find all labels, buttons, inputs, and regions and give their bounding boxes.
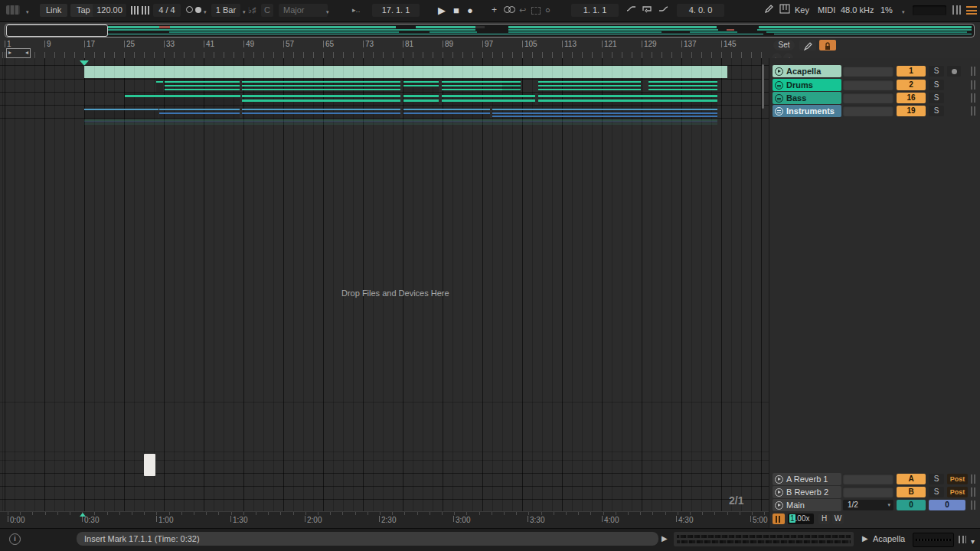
scale-icon[interactable]: ♭♯ — [248, 4, 256, 17]
track-solo-button[interactable]: S — [929, 80, 944, 90]
tempo-field[interactable]: 120.00 — [93, 4, 126, 17]
clip-bass[interactable] — [442, 93, 535, 105]
track-number-badge[interactable]: 19 — [897, 106, 926, 116]
track-solo-button[interactable]: S — [929, 93, 944, 103]
return-name-box[interactable]: B Reverb 2 — [773, 486, 841, 498]
clip-bass[interactable] — [403, 93, 439, 105]
vertical-scrollbar[interactable] — [762, 64, 764, 109]
overview-view-box[interactable] — [6, 24, 108, 37]
clip-drums[interactable] — [403, 80, 439, 92]
return-solo-button[interactable]: S — [929, 474, 944, 484]
main-name-box[interactable]: Main — [773, 499, 841, 511]
midi-map-button[interactable]: MIDI — [818, 4, 835, 17]
preview-waveform[interactable] — [674, 532, 854, 546]
main-cue-level[interactable]: 0 — [897, 500, 926, 510]
track-name-box[interactable]: Bass — [773, 92, 841, 104]
punch-in-icon[interactable] — [626, 4, 636, 17]
track-width-button[interactable]: W — [832, 514, 844, 524]
clip-preview-play-icon[interactable]: ▶ — [862, 534, 868, 543]
window-caret-icon[interactable]: ▾ — [26, 5, 29, 18]
window-grip-icon[interactable] — [6, 4, 20, 17]
clip-bass[interactable] — [538, 93, 717, 105]
play-button[interactable]: ▶ — [438, 4, 446, 17]
track-solo-button[interactable]: S — [929, 66, 944, 77]
preview-play-icon[interactable]: ▶ — [662, 534, 668, 543]
track-number-badge[interactable]: 2 — [897, 80, 926, 90]
main-routing-menu[interactable]: 1/2▾ — [843, 500, 893, 510]
loop-length-field[interactable]: 4. 0. 0 — [677, 4, 724, 17]
computer-midi-keyboard-icon[interactable] — [779, 4, 790, 17]
clip-bass[interactable] — [125, 93, 240, 105]
track-fader-box[interactable] — [843, 93, 893, 103]
track-name-box[interactable]: Acapella — [773, 65, 841, 77]
link-button[interactable]: Link — [40, 4, 67, 17]
track-fader-box[interactable] — [843, 80, 893, 90]
scale-name-menu[interactable]: Major — [279, 4, 328, 17]
clip-drums[interactable] — [242, 80, 400, 92]
metronome-caret-icon[interactable]: ▾ — [204, 5, 207, 18]
return-post-button[interactable]: Post — [947, 474, 968, 484]
return-post-button[interactable]: Post — [947, 487, 968, 497]
preview-clip-thumbnail[interactable] — [913, 533, 954, 547]
return-badge[interactable]: A — [897, 474, 926, 484]
marquee-select-icon[interactable] — [531, 4, 541, 17]
return-solo-button[interactable]: S — [929, 487, 944, 497]
quantize-menu[interactable]: 1 Bar — [211, 4, 240, 17]
track-height-button[interactable]: H — [818, 514, 830, 524]
link-chain-icon[interactable] — [504, 4, 515, 17]
cpu-load-meter[interactable]: 1% — [880, 4, 893, 17]
clip-drums[interactable] — [648, 80, 717, 92]
nudge-down-icon[interactable] — [131, 4, 139, 17]
clip-instruments[interactable] — [242, 106, 400, 118]
loop-toggle-icon[interactable]: ○ — [545, 4, 550, 17]
return-fader-box[interactable] — [843, 487, 893, 497]
track-name-box[interactable]: Instruments — [773, 105, 841, 117]
beat-time-ruler[interactable]: 1917253341495765738189971051131211291371… — [0, 37, 769, 58]
loop-region-icon[interactable] — [642, 4, 652, 17]
set-marker-button[interactable]: Set — [773, 40, 795, 51]
draw-pencil-icon[interactable] — [764, 4, 774, 17]
back-to-arrangement-icon[interactable]: ↩ — [519, 4, 526, 17]
automation-draw-button[interactable] — [799, 40, 816, 51]
loop-brace[interactable]: ▸◂ — [6, 48, 31, 58]
cpu-caret-icon[interactable]: ▾ — [902, 5, 905, 18]
track-name-box[interactable]: Drums — [773, 79, 841, 91]
return-name-box[interactable]: A Reverb 1 — [773, 473, 841, 485]
main-level[interactable]: 0 — [929, 500, 965, 510]
clip-instruments[interactable] — [492, 106, 717, 118]
follow-button[interactable]: ▸‥ — [352, 4, 361, 17]
key-map-button[interactable]: Key — [795, 4, 809, 17]
time-ruler[interactable]: 0:000:301:001:302:002:303:003:304:004:30… — [0, 511, 769, 529]
draw-mode-plus-icon[interactable]: + — [492, 4, 497, 17]
clip-drums[interactable] — [165, 80, 240, 92]
return-fader-box[interactable] — [843, 474, 893, 484]
status-caret-icon[interactable]: ▾ — [971, 537, 975, 546]
scale-caret-icon[interactable]: ▾ — [326, 5, 329, 18]
track-number-badge[interactable]: 16 — [897, 93, 926, 103]
quantize-caret-icon[interactable]: ▾ — [243, 5, 246, 18]
clip-drums[interactable] — [156, 80, 163, 92]
preview-clip-name[interactable]: Acapella — [873, 534, 905, 543]
track-fader-box[interactable] — [843, 106, 893, 116]
nudge-up-icon[interactable] — [142, 4, 150, 17]
return-badge[interactable]: B — [897, 487, 926, 497]
clip-drums[interactable] — [502, 80, 521, 92]
stop-button[interactable]: ■ — [453, 4, 459, 17]
clip-bass[interactable] — [242, 93, 400, 105]
scale-root-field[interactable]: C — [261, 4, 273, 17]
zoom-level-field[interactable]: 1.00x — [788, 514, 814, 524]
punch-out-icon[interactable] — [658, 4, 668, 17]
arrangement-overview[interactable] — [5, 24, 975, 37]
metronome-icon[interactable] — [186, 4, 201, 17]
track-solo-button[interactable]: S — [929, 106, 944, 116]
track-number-badge[interactable]: 1 — [897, 66, 926, 77]
arrangement-area[interactable]: Drop Files and Devices Here 2/1 — [0, 58, 769, 511]
record-button[interactable]: ● — [467, 4, 473, 17]
time-signature-field[interactable]: 4 / 4 — [153, 4, 181, 17]
clip-instruments[interactable] — [403, 106, 490, 118]
clip-instruments[interactable] — [159, 106, 240, 118]
arrangement-position-field[interactable]: 17. 1. 1 — [372, 4, 420, 17]
clip-instruments[interactable] — [84, 106, 158, 118]
mixer-view-button[interactable] — [773, 514, 785, 524]
loop-start-field[interactable]: 1. 1. 1 — [571, 4, 619, 17]
